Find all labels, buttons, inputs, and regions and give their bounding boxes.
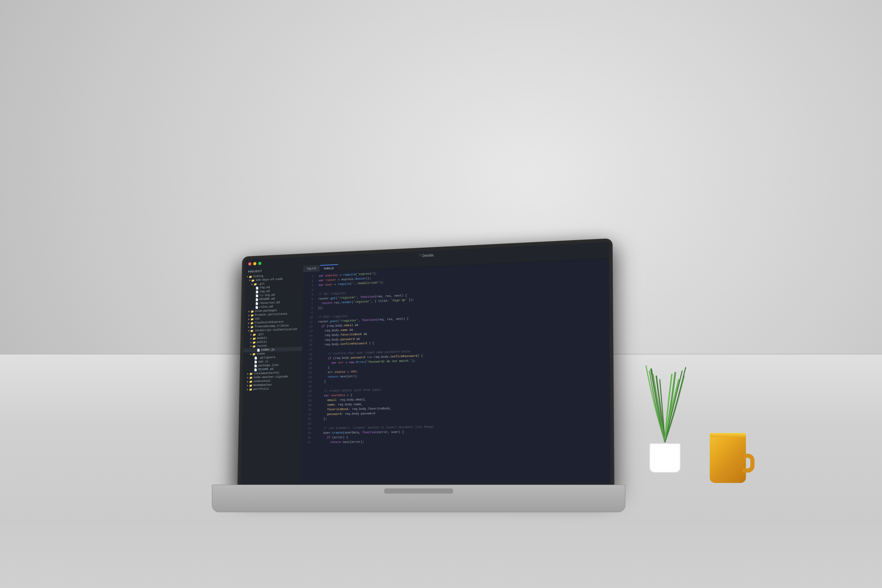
laptop: Deloitte. Project ▼ 📁 Coding ▼ 📁 100 <box>195 243 642 492</box>
chevron-down-icon: ▼ <box>250 345 252 348</box>
sidebar-label: .git <box>258 282 265 285</box>
folder-icon: 📁 <box>253 337 256 340</box>
chevron-down-icon: ▼ <box>248 330 249 332</box>
folder-icon: 📁 <box>254 283 257 286</box>
folder-icon: 📁 <box>251 310 254 313</box>
file-js-icon: 📄 <box>256 349 260 352</box>
minimize-button[interactable] <box>253 262 256 266</box>
chevron-right-icon: ▶ <box>247 384 248 387</box>
file-md-icon: 📄 <box>254 368 257 371</box>
folder-icon: 📁 <box>249 376 252 379</box>
chevron-right-icon: ▶ <box>250 353 252 356</box>
screen-content: Deloitte. Project ▼ 📁 Coding ▼ 📁 100 <box>240 242 611 489</box>
chevron-right-icon: ▶ <box>248 318 250 321</box>
folder-icon: 📁 <box>250 321 254 324</box>
tab-label: log.md <box>308 267 316 270</box>
desk-reflection <box>0 519 882 588</box>
plant-pot <box>650 443 681 472</box>
chevron-right-icon: ▶ <box>250 337 252 340</box>
folder-icon: 📁 <box>249 275 252 278</box>
folder-icon: 📁 <box>249 380 252 383</box>
folder-icon: 📁 <box>252 345 256 348</box>
sidebar-label: .gitignore <box>258 356 276 360</box>
sidebar-label: routes <box>256 344 267 348</box>
chevron-right-icon: ▶ <box>250 333 252 336</box>
folder-icon: 📁 <box>250 326 254 328</box>
code-display[interactable]: var express = require('express'); var ro… <box>313 259 610 483</box>
laptop-screen: Deloitte. Project ▼ 📁 Coding ▼ 📁 100 <box>238 239 614 492</box>
tab-label: index.js <box>324 266 334 270</box>
folder-icon: 📁 <box>250 329 254 332</box>
chevron-right-icon: ▶ <box>250 341 252 344</box>
sidebar-label: FAQ.md <box>260 286 270 290</box>
sidebar-label: portfolio <box>253 387 269 391</box>
chevron-right-icon: ▶ <box>252 283 253 286</box>
mug-body <box>710 435 746 483</box>
code-scroll-area[interactable]: 1234567891011121314151617181920212223242… <box>300 259 610 483</box>
folder-icon: 📁 <box>250 318 254 321</box>
sidebar-label: index.js <box>261 348 274 352</box>
folder-icon: 📁 <box>251 314 254 317</box>
mug-handle <box>742 454 754 472</box>
sidebar-label: .git <box>257 333 264 336</box>
folder-icon: 📁 <box>249 384 252 387</box>
maximize-button[interactable] <box>258 262 261 265</box>
file-icon: 📄 <box>255 298 258 301</box>
sidebar-label: package.json <box>258 363 279 367</box>
sidebar-label: c01 <box>255 317 260 321</box>
chevron-right-icon: ▶ <box>247 380 248 383</box>
sidebar-label: r1-log.md <box>260 294 275 297</box>
sidebar-label: log.md <box>260 290 270 294</box>
sidebar-label: LocalWeatherFCC <box>254 371 279 375</box>
tab-indexjs[interactable]: index.js <box>320 264 338 272</box>
sidebar-label: README.md <box>260 297 275 301</box>
chevron-right-icon: ▶ <box>248 310 250 313</box>
ide-main-layout: Project ▼ 📁 Coding ▼ 📁 100-days-of-code … <box>240 252 611 489</box>
tab-logmd[interactable]: log.md <box>303 265 320 273</box>
folder-icon: 📁 <box>252 353 256 356</box>
chevron-right-icon: ▶ <box>247 376 248 379</box>
chevron-right-icon: ▶ <box>248 326 249 328</box>
sidebar-label: views <box>256 352 265 356</box>
sidebar-label: nodeschool <box>254 380 271 383</box>
file-js-icon: 📄 <box>254 360 257 363</box>
sidebar-label: public <box>256 340 267 344</box>
sidebar-label-coding: Coding <box>253 274 263 278</box>
sidebar-label: rules.md <box>259 305 273 309</box>
chevron-down-icon: ▼ <box>249 279 250 282</box>
folder-icon: 📁 <box>253 333 256 336</box>
laptop-base <box>212 484 626 512</box>
code-editor-area: log.md index.js 123456789101112131415161… <box>300 252 611 489</box>
sidebar-item-portfolio[interactable]: ▶ 📁 portfolio <box>243 387 302 392</box>
chevron-down-icon: ▼ <box>247 276 248 278</box>
folder-icon: 📁 <box>249 388 252 391</box>
file-icon: 📄 <box>255 306 258 309</box>
chevron-right-icon: ▶ <box>247 388 248 391</box>
folder-icon: 📁 <box>249 372 252 375</box>
yellow-mug <box>706 426 754 483</box>
file-icon: 📄 <box>256 286 259 290</box>
close-button[interactable] <box>248 262 251 266</box>
folder-icon: 📁 <box>252 279 255 282</box>
chevron-right-icon: ▶ <box>248 322 250 324</box>
folder-icon: 📁 <box>252 341 256 344</box>
file-icon: 📄 <box>255 294 258 297</box>
chevron-right-icon: ▶ <box>248 314 250 317</box>
sidebar-label: app.js <box>258 360 268 363</box>
file-icon: 📄 <box>254 357 257 360</box>
chevron-right-icon: ▶ <box>248 372 249 375</box>
sidebar-label: README.md <box>258 368 273 371</box>
file-icon: 📄 <box>255 302 258 305</box>
file-icon: 📄 <box>255 290 258 294</box>
mug-top <box>710 433 746 437</box>
file-explorer-sidebar[interactable]: Project ▼ 📁 Coding ▼ 📁 100-days-of-code … <box>240 266 303 489</box>
sidebar-label: NodeWeather <box>253 383 272 387</box>
file-icon: 📄 <box>254 364 257 368</box>
sidebar-label: models <box>256 336 267 340</box>
